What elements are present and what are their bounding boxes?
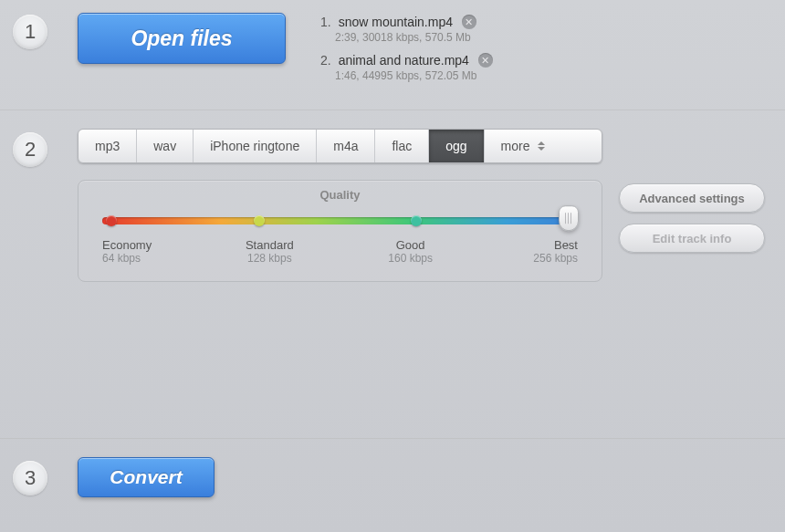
quality-label-main: Best [525, 238, 578, 252]
file-meta-label: 1:46, 44995 kbps, 572.05 Mb [335, 69, 493, 82]
step-1-badge: 1 [13, 15, 47, 49]
convert-button[interactable]: Convert [78, 457, 215, 497]
more-label: more [501, 139, 530, 153]
format-tab-wav[interactable]: wav [137, 130, 194, 162]
format-tab-more[interactable]: more [485, 130, 561, 162]
file-number-label: 2. [320, 53, 331, 68]
step-2-badge: 2 [13, 132, 47, 167]
quality-label: Standard128 kbps [243, 238, 296, 265]
file-name-label: animal and nature.mp4 [339, 53, 469, 68]
quality-label-main: Good [384, 238, 437, 252]
file-list: 1. snow mountain.mp4 ✕ 2:39, 30018 kbps,… [320, 13, 493, 91]
chevron-up-down-icon [538, 141, 545, 151]
slider-node [411, 215, 422, 226]
edit-track-info-button[interactable]: Edit track info [619, 224, 765, 253]
quality-label-sub: 128 kbps [243, 252, 296, 265]
slider-node [254, 215, 265, 226]
quality-title: Quality [102, 188, 578, 202]
remove-file-icon[interactable]: ✕ [478, 53, 493, 68]
quality-label: Good160 kbps [384, 238, 437, 265]
file-item: 1. snow mountain.mp4 ✕ 2:39, 30018 kbps,… [320, 15, 493, 44]
file-name-label: snow mountain.mp4 [339, 15, 453, 29]
slider-track [102, 217, 578, 224]
open-files-button[interactable]: Open files [78, 13, 286, 64]
quality-label-sub: 256 kbps [525, 252, 578, 265]
format-tab-iphone-ringtone[interactable]: iPhone ringtone [194, 130, 317, 162]
quality-labels: Economy64 kbpsStandard128 kbpsGood160 kb… [102, 238, 578, 265]
quality-label-main: Economy [102, 238, 155, 252]
file-number-label: 1. [320, 15, 331, 29]
format-tab-m4a[interactable]: m4a [317, 130, 375, 162]
quality-slider[interactable] [102, 213, 578, 229]
quality-panel: Quality Economy64 kbpsStandard128 kbpsGo… [78, 180, 602, 282]
format-tabs: mp3waviPhone ringtonem4aflacoggmore [78, 129, 602, 163]
file-meta-label: 2:39, 30018 kbps, 570.5 Mb [335, 31, 493, 44]
format-tab-mp3[interactable]: mp3 [78, 130, 137, 162]
quality-label: Best256 kbps [525, 238, 578, 265]
remove-file-icon[interactable]: ✕ [462, 15, 476, 29]
advanced-settings-button[interactable]: Advanced settings [619, 183, 765, 213]
quality-label-sub: 64 kbps [102, 252, 155, 265]
quality-label: Economy64 kbps [102, 238, 155, 265]
step-3-badge: 3 [13, 461, 47, 495]
slider-node [106, 215, 117, 226]
format-tab-ogg[interactable]: ogg [429, 130, 484, 162]
slider-handle[interactable] [559, 205, 579, 231]
quality-label-sub: 160 kbps [384, 252, 437, 265]
file-item: 2. animal and nature.mp4 ✕ 1:46, 44995 k… [320, 53, 493, 82]
format-tab-flac[interactable]: flac [375, 130, 429, 162]
quality-label-main: Standard [243, 238, 296, 252]
